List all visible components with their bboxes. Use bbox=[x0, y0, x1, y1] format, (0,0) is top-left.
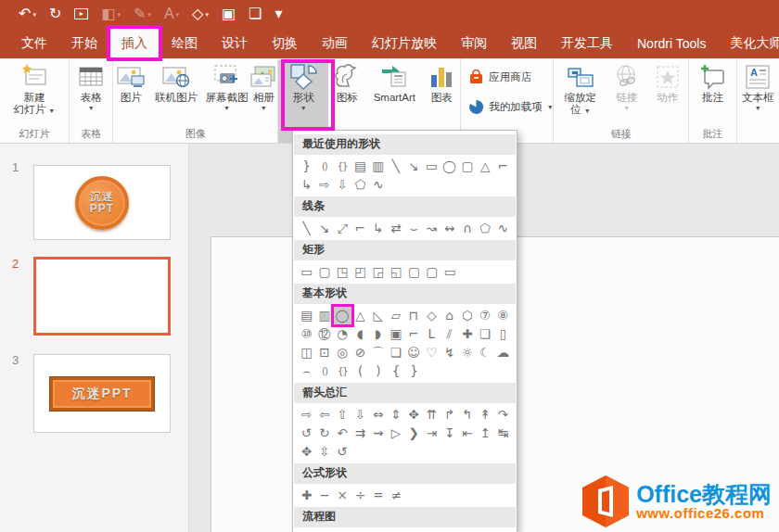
shape-right-triangle[interactable]: ◺ bbox=[369, 307, 387, 324]
shape-text-box[interactable]: ▤ bbox=[351, 158, 369, 175]
table-button[interactable]: 表格 ▼ bbox=[75, 60, 107, 128]
format-fill-icon[interactable]: ◧▾ bbox=[101, 6, 121, 21]
shape-round-single-corner-rectangle[interactable]: ▢ bbox=[405, 263, 423, 281]
shape-left-right-up-arrow[interactable]: ⇈ bbox=[423, 406, 441, 424]
shape-notched-right-arrow[interactable]: ⇝ bbox=[369, 424, 387, 442]
shape-plaque[interactable]: ❑ bbox=[477, 325, 494, 343]
shape-circular-arrow[interactable]: ↺ bbox=[334, 443, 351, 461]
screenshot-button[interactable]: 屏幕截图 ▼ bbox=[204, 60, 250, 128]
shape-right-arrow[interactable]: ⇨ bbox=[298, 406, 315, 424]
shape-curved-right-arrow[interactable]: ↷ bbox=[494, 406, 512, 424]
shape-left-bracket[interactable]: ( bbox=[351, 362, 369, 380]
shape-dodecagon[interactable]: ⑫ bbox=[315, 325, 333, 343]
shape-minus-sign[interactable]: − bbox=[315, 487, 333, 504]
shape-rounded-rectangle[interactable]: ▢ bbox=[458, 158, 476, 175]
zoom-button[interactable]: 缩放定 位 ▼ bbox=[555, 60, 607, 128]
ribbon-tab-1[interactable]: 开始 bbox=[59, 28, 109, 58]
shape-line[interactable]: ╲ bbox=[387, 158, 404, 175]
ribbon-tab-2[interactable]: 插入 bbox=[109, 28, 160, 58]
shape-isosceles-triangle[interactable]: △ bbox=[351, 307, 369, 324]
customize-qat-icon[interactable]: ▾ bbox=[275, 6, 282, 21]
shape-heptagon[interactable]: ⑦ bbox=[477, 307, 494, 324]
shape-curved-double-arrow-connector[interactable]: ↭ bbox=[441, 220, 458, 237]
shape-right-bracket[interactable]: ) bbox=[369, 362, 387, 380]
shape-elbow-double-arrow-connector[interactable]: ⇄ bbox=[387, 220, 404, 237]
shape-text-box[interactable]: ▤ bbox=[298, 307, 315, 324]
shape-block-arc[interactable]: ⌒ bbox=[369, 344, 387, 361]
shape-chord[interactable]: ◖ bbox=[351, 325, 369, 343]
shape-up-down-arrow-callout[interactable]: ⇳ bbox=[315, 443, 333, 461]
shape-rounded-rectangle[interactable]: ▢ bbox=[315, 263, 333, 281]
open-folder-icon[interactable]: ❏ bbox=[249, 6, 262, 21]
shape-bevel[interactable]: ⊡ bbox=[315, 344, 333, 361]
ribbon-tab-12[interactable]: 美化大师 bbox=[718, 28, 779, 58]
group-label-tables[interactable]: 表格 bbox=[70, 128, 112, 143]
shape-scribble[interactable]: ∿ bbox=[494, 220, 512, 237]
shape-pentagon-arrow[interactable]: ▷ bbox=[387, 424, 404, 442]
shape-left-arrow[interactable]: ⇦ bbox=[315, 406, 333, 424]
shape-smiley-face[interactable]: ☺ bbox=[405, 344, 423, 361]
save-icon[interactable]: ▣ bbox=[222, 6, 236, 21]
slide-1-thumbnail[interactable]: 沉迷 PPT bbox=[33, 165, 171, 240]
shape-double-brace[interactable]: {} bbox=[334, 362, 351, 380]
slide-2-number[interactable]: 2 bbox=[12, 257, 19, 271]
group-label-links[interactable]: 链接 bbox=[554, 128, 688, 143]
font-color-icon[interactable]: A▾ bbox=[164, 6, 179, 21]
shape-curve[interactable]: ∩ bbox=[458, 220, 476, 237]
shape-diamond[interactable]: ◇ bbox=[423, 307, 441, 324]
comment-button[interactable]: 批注 bbox=[696, 60, 728, 128]
slide-3-thumbnail[interactable]: 沉迷PPT bbox=[33, 354, 171, 433]
shape-vertical-text-box[interactable]: ▥ bbox=[369, 158, 387, 175]
shape-snip-and-round-single-corner-rectangle[interactable]: ◱ bbox=[387, 263, 404, 281]
shape-chevron-arrow[interactable]: ❯ bbox=[405, 424, 423, 442]
shape-rectangle[interactable]: ▭ bbox=[298, 263, 315, 281]
slide-1-number[interactable]: 1 bbox=[12, 160, 19, 174]
shape-elbow-connector[interactable]: ⌐ bbox=[351, 220, 369, 237]
shape-arc[interactable]: ⌢ bbox=[298, 362, 315, 380]
redo-icon[interactable]: ↻ bbox=[49, 6, 61, 21]
slide-3-number[interactable]: 3 bbox=[12, 353, 19, 367]
shape-double-bracket[interactable]: () bbox=[315, 362, 333, 380]
shape-teardrop[interactable]: ◗ bbox=[369, 325, 387, 343]
shape-oval[interactable]: ◯ bbox=[334, 307, 351, 324]
shape-curved-down-arrow[interactable]: ↻ bbox=[315, 424, 333, 442]
ribbon-tab-7[interactable]: 幻灯片放映 bbox=[360, 28, 449, 58]
shape-quad-arrow[interactable]: ✥ bbox=[405, 406, 423, 424]
ribbon-tab-8[interactable]: 审阅 bbox=[449, 28, 499, 58]
shape-diagonal-stripe[interactable]: ⫽ bbox=[441, 325, 458, 343]
ribbon-tab-11[interactable]: Nordri Tools bbox=[625, 28, 718, 58]
shape-down-arrow[interactable]: ⇩ bbox=[351, 406, 369, 424]
shape-line[interactable]: ╲ bbox=[298, 220, 315, 237]
slide-2-thumbnail-selected[interactable] bbox=[33, 257, 171, 336]
draw-pen-icon[interactable]: ✎▾ bbox=[134, 6, 151, 21]
merge-shapes-icon[interactable]: ◇▾ bbox=[192, 6, 209, 21]
shape-sun[interactable]: ☼ bbox=[458, 344, 476, 361]
shape-parallelogram[interactable]: ▱ bbox=[387, 307, 404, 324]
shape-down-arrow-callout[interactable]: ↧ bbox=[441, 424, 458, 442]
shape-double-brace[interactable]: {} bbox=[334, 158, 351, 175]
shape-left-right-arrow[interactable]: ⇔ bbox=[369, 406, 387, 424]
shape-striped-right-arrow[interactable]: ⇉ bbox=[351, 424, 369, 442]
shape-heart[interactable]: ♡ bbox=[423, 344, 441, 361]
shape-no-symbol[interactable]: ⊘ bbox=[351, 344, 369, 361]
shape-half-frame[interactable]: ⌐ bbox=[405, 325, 423, 343]
shape-plus-sign[interactable]: ✚ bbox=[298, 487, 315, 504]
shape-cloud[interactable]: ☁ bbox=[494, 344, 512, 361]
shape-lightning-bolt[interactable]: ↯ bbox=[441, 344, 458, 361]
shape-right-arrow-callout[interactable]: ⇥ bbox=[423, 424, 441, 442]
shape-double-bracket[interactable]: () bbox=[315, 158, 333, 175]
picture-button[interactable]: 图片 bbox=[113, 60, 148, 128]
shape-up-arrow[interactable]: ⇧ bbox=[334, 406, 351, 424]
group-label-comments[interactable]: 批注 bbox=[689, 128, 735, 143]
shape-elbow-connector[interactable]: ⌐ bbox=[494, 158, 512, 175]
shape-oval[interactable]: ◯ bbox=[441, 158, 458, 175]
shape-trapezoid[interactable]: ⊓ bbox=[405, 307, 423, 324]
shape-octagon[interactable]: ⑧ bbox=[494, 307, 512, 324]
shape-rectangle[interactable]: ▭ bbox=[423, 158, 441, 175]
shape-folded-corner[interactable]: ❏ bbox=[387, 344, 404, 361]
shape-hexagon[interactable]: ⬡ bbox=[458, 307, 476, 324]
shape-line-arrow[interactable]: ↘ bbox=[405, 158, 423, 175]
shape-division-sign[interactable]: ÷ bbox=[351, 487, 369, 504]
shape-left-right-arrow-callout[interactable]: ↹ bbox=[494, 424, 512, 442]
group-label-slides[interactable]: 幻灯片 bbox=[0, 128, 69, 143]
